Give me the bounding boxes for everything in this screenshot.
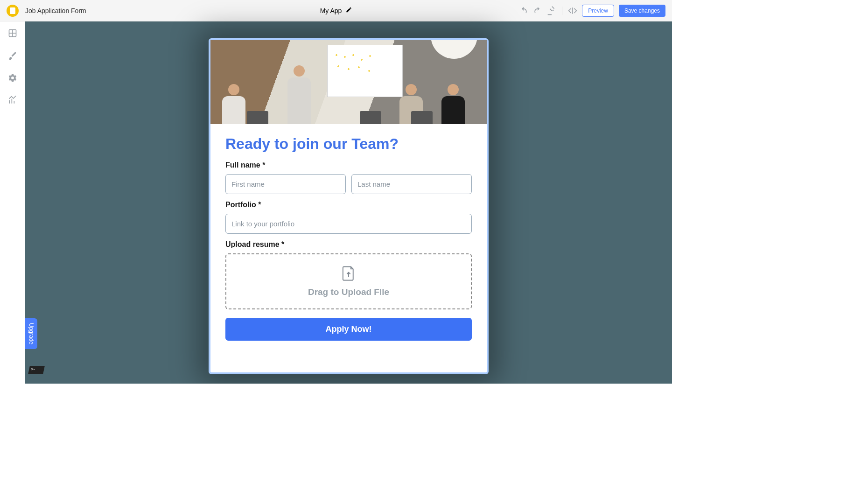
left-sidebar	[0, 21, 25, 384]
app-name[interactable]: My App	[320, 7, 352, 14]
form-card[interactable]: Ready to join our Team? Full name * Port…	[209, 38, 489, 374]
grid-icon[interactable]	[7, 28, 18, 38]
save-button[interactable]: Save changes	[619, 5, 665, 17]
upload-dropzone[interactable]: Drag to Upload File	[225, 253, 472, 309]
paintbrush-icon[interactable]	[7, 50, 18, 61]
divider	[562, 7, 562, 15]
portfolio-label: Portfolio *	[225, 201, 472, 209]
analytics-icon[interactable]	[7, 95, 18, 105]
hero-image	[210, 40, 487, 124]
page-title: Job Application Form	[25, 7, 86, 14]
topbar: Job Application Form My App Preview Save…	[0, 0, 672, 21]
upgrade-tab[interactable]: Upgrade	[25, 318, 37, 349]
code-icon[interactable]	[568, 6, 577, 15]
firstname-input[interactable]	[225, 174, 346, 194]
drop-text: Drag to Upload File	[308, 287, 389, 297]
gavel-icon[interactable]	[547, 6, 556, 15]
upload-file-icon	[342, 266, 356, 283]
gear-icon[interactable]	[7, 73, 18, 83]
undo-icon[interactable]	[519, 6, 528, 15]
app-logo	[7, 5, 19, 17]
apply-button[interactable]: Apply Now!	[225, 318, 472, 341]
preview-button[interactable]: Preview	[582, 5, 614, 17]
portfolio-input[interactable]	[225, 214, 472, 234]
edit-icon[interactable]	[345, 7, 352, 14]
console-icon[interactable]	[28, 366, 45, 374]
redo-icon[interactable]	[533, 6, 542, 15]
upload-label: Upload resume *	[225, 240, 472, 249]
app-name-text: My App	[320, 7, 342, 14]
lastname-input[interactable]	[351, 174, 472, 194]
fullname-label: Full name *	[225, 161, 472, 169]
form-heading: Ready to join our Team?	[225, 135, 472, 153]
canvas[interactable]: Ready to join our Team? Full name * Port…	[25, 21, 672, 384]
